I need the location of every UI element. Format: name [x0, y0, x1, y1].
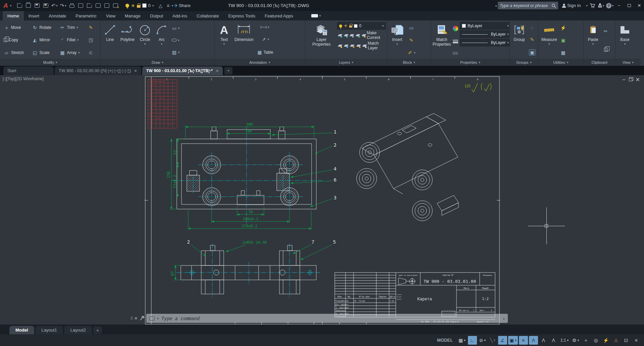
scale-button[interactable]: ◱Scale	[30, 47, 57, 59]
command-input-bar[interactable]: ▾ Type a command ▴	[146, 314, 508, 323]
select-all-button[interactable]: ▣	[560, 38, 566, 43]
customization-menu-button[interactable]: ≡	[632, 336, 641, 345]
help-button[interactable]: ? ▾	[606, 1, 614, 10]
doc-tab-2-active[interactable]: TW 900 - 03.03.01.00 ¦Ъ¦-TA¦¦TB¦-* ✕	[142, 66, 223, 75]
fillet-button[interactable]: ◜Fillet▾	[57, 34, 85, 46]
panel-label-block[interactable]: Block▾	[387, 59, 431, 66]
polar-tracking-toggle[interactable]: ╲▾	[488, 336, 497, 345]
linear-dimension-button[interactable]: ▾	[261, 26, 269, 29]
save-as-button[interactable]	[42, 1, 50, 10]
group-button[interactable]: Group	[511, 21, 527, 59]
minimize-button[interactable]: −	[614, 1, 624, 10]
layer-isolate-icon[interactable]	[338, 34, 342, 37]
drawing-canvas[interactable]: [-][Top][2D Wireframe] − ✕	[0, 75, 644, 325]
layer-off-icon[interactable]	[350, 34, 354, 37]
annotation-visibility-toggle[interactable]: Λ	[539, 336, 548, 345]
ellipse-button[interactable]: ▾	[172, 39, 179, 42]
workspace-switching-button[interactable]: ⚙▾	[571, 336, 580, 345]
isodraft-toggle[interactable]: ∠	[498, 336, 507, 345]
block-editor-button[interactable]: ✎	[409, 38, 414, 43]
object-color-dropdown[interactable]: ByLayer ▾	[460, 22, 509, 30]
layer-lock-tool-icon[interactable]	[356, 34, 360, 37]
linetype-icon[interactable]	[453, 52, 458, 54]
grid-toggle[interactable]: ▦▾	[457, 336, 467, 345]
restore-button[interactable]	[625, 1, 634, 10]
insert-block-button[interactable]: Insert ▾	[389, 21, 406, 59]
lineweight-toggle[interactable]: ≡	[519, 336, 528, 345]
tab-home[interactable]: Home	[3, 11, 24, 20]
sign-in-button[interactable]: Sign In ▾	[561, 1, 588, 10]
base-view-button[interactable]: Base ▾	[617, 21, 633, 59]
arc-button[interactable]: Arc ▾	[154, 21, 170, 59]
doc-tab-start[interactable]: Start	[3, 66, 54, 75]
share-button[interactable]: ✈ Share	[174, 1, 191, 10]
workspace-button[interactable]: △	[157, 1, 165, 10]
lineweight-dropdown[interactable]: ByLayer ▾	[460, 31, 509, 38]
tab-annotate[interactable]: Annotate	[44, 11, 71, 20]
text-button[interactable]: A Text ▾	[216, 21, 232, 59]
panel-label-annotation[interactable]: Annotation▾	[215, 59, 305, 66]
app-menu-button[interactable]: A ▾	[2, 1, 11, 10]
command-history-up-icon[interactable]: ▴	[503, 316, 505, 320]
search-input[interactable]	[500, 3, 550, 8]
stretch-button[interactable]: ▱Stretch	[1, 47, 29, 59]
plot-button[interactable]	[68, 1, 76, 10]
new-layout-button[interactable]: +	[93, 327, 102, 334]
tab-add-ins[interactable]: Add-ins	[168, 11, 192, 20]
tab-featured-apps[interactable]: Featured Apps	[260, 11, 298, 20]
leader-button[interactable]: ↗▾	[261, 37, 269, 42]
doc-restore-icon[interactable]	[629, 78, 632, 81]
close-button[interactable]: ✕	[635, 1, 644, 10]
panel-label-groups[interactable]: Groups▾	[510, 59, 538, 66]
clean-screen-button[interactable]: ⊡	[622, 336, 631, 345]
mirror-button[interactable]: ◭Mirror	[30, 34, 57, 46]
search-icon[interactable]	[551, 3, 556, 8]
doc-tab-1[interactable]: TW 900 - 03.02.00.00 (¦Ч¦-¦+¦-¦¬¦¦¦-¦-¦-…	[55, 66, 141, 75]
undo-button[interactable]: ↶ ▾	[50, 1, 58, 10]
isolate-objects-button[interactable]: ◎	[591, 336, 600, 345]
graphics-warning-button[interactable]: ⚠	[611, 336, 621, 345]
panel-label-clipboard[interactable]: Clipboard	[584, 59, 615, 66]
3d-view-button[interactable]	[103, 1, 111, 10]
create-block-button[interactable]: ▭	[409, 25, 414, 31]
quick-layer-dropdown[interactable]: ☀ 0 ▾	[123, 2, 156, 10]
customize-wrench-icon[interactable]	[140, 316, 145, 321]
model-space-button[interactable]: MODEL	[434, 336, 456, 345]
search-collapse-icon[interactable]: ▸	[495, 4, 497, 7]
object-snap-tracking-toggle[interactable]: ▣▾	[508, 336, 518, 345]
offset-button[interactable]: ⊂	[86, 47, 99, 59]
new-drawing-tab-button[interactable]: +	[224, 67, 232, 75]
annotation-autoscale-toggle[interactable]: Λ	[549, 336, 558, 345]
ungroup-button[interactable]: ◌	[529, 25, 535, 30]
doc-close-icon[interactable]: ✕	[636, 77, 640, 83]
measure-button[interactable]: Measure ▾	[540, 21, 559, 59]
command-close-icon[interactable]: ✕	[134, 316, 138, 321]
panel-label-view[interactable]: View▾	[615, 59, 641, 66]
tab-layout2[interactable]: Layout2	[64, 326, 92, 334]
rectangle-button[interactable]: ▭▾	[171, 26, 180, 31]
layer-on-icon[interactable]	[338, 44, 342, 48]
object-snap-toggle[interactable]: Λ	[529, 336, 538, 345]
array-button[interactable]: ▦Array▾	[57, 47, 85, 59]
panel-label-utilities[interactable]: Utilities▾	[538, 59, 583, 66]
copy-button[interactable]: Copy	[1, 34, 29, 46]
menu-bar-toggle[interactable]: ≡ ▾	[165, 1, 173, 10]
linetype-dropdown[interactable]: ByLayer ▾	[460, 39, 509, 46]
layer-dropdown[interactable]: ☀ 0 ▾	[337, 22, 386, 30]
quick-select-button[interactable]: ⚡	[560, 25, 566, 31]
viewport-controls[interactable]: [-][Top][2D Wireframe]	[3, 77, 44, 81]
explode-button[interactable]: ◳	[86, 34, 99, 46]
batch-plot-button[interactable]	[76, 1, 85, 10]
autodesk-account-button[interactable]: Δ ▾	[597, 1, 605, 10]
group-selection-toggle[interactable]: ▣	[529, 49, 535, 55]
layer-thaw-tool-icon[interactable]	[344, 44, 348, 48]
make-current-button[interactable]: Make Current	[367, 31, 386, 40]
tab-collaborate[interactable]: Collaborate	[192, 11, 224, 20]
layer-properties-button[interactable]: Layer Properties	[307, 21, 336, 59]
zoom-extents-button[interactable]	[85, 1, 93, 10]
layer-freeze-icon[interactable]	[344, 34, 348, 37]
panel-label-layers[interactable]: Layers▾	[305, 59, 387, 66]
layer-unlock-icon[interactable]	[350, 44, 354, 48]
move-button[interactable]: ↔↕Move	[1, 21, 29, 34]
tab-view[interactable]: View	[101, 11, 120, 20]
